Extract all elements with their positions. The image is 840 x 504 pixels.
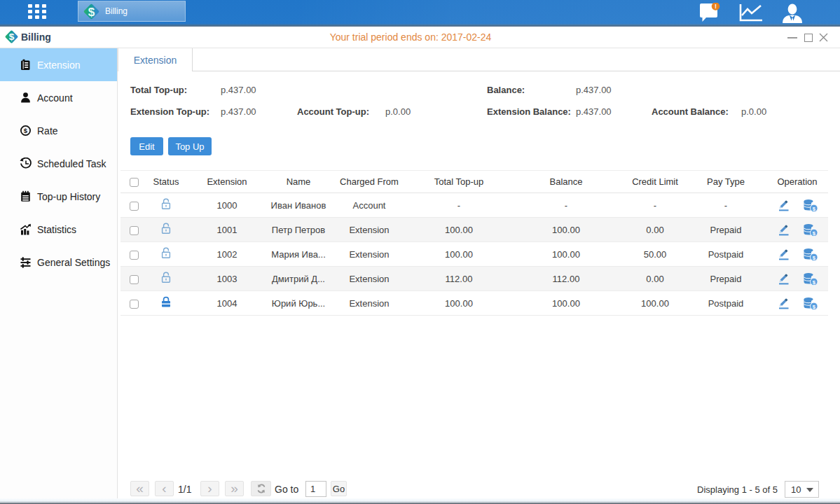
svg-text:$: $	[88, 5, 95, 18]
svg-text:$: $	[24, 127, 28, 134]
svg-text:!: !	[715, 3, 717, 10]
